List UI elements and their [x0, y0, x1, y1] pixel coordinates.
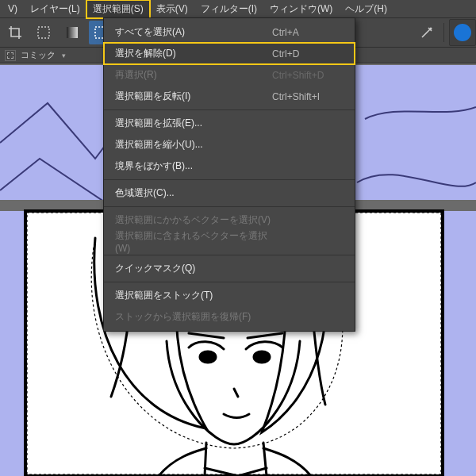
menu-item-label: 選択範囲を拡張(E)... — [115, 117, 272, 130]
menu-item-label: 境界をぼかす(B)... — [115, 159, 272, 173]
menu-item-shortcut: Ctrl+D — [272, 48, 344, 60]
svg-rect-10 — [67, 27, 78, 38]
menu-separator — [104, 109, 355, 110]
menu-item-label: ストックから選択範囲を復帰(F) — [115, 310, 272, 324]
menu-item[interactable]: 選択範囲をストック(T) — [104, 285, 355, 306]
menu-item: 選択範囲に含まれるベクターを選択(W) — [104, 231, 355, 252]
preset-label: コミック — [21, 49, 56, 61]
menu-item-label: 選択を解除(D) — [115, 47, 272, 60]
menu-item-label: 再選択(R) — [115, 68, 272, 82]
svg-point-8 — [254, 351, 270, 363]
menubar-item-filter[interactable]: フィルター(I) — [194, 0, 263, 18]
menu-item-label: 選択範囲を縮小(U)... — [115, 138, 272, 152]
svg-rect-4 — [443, 206, 476, 476]
svg-point-12 — [430, 28, 432, 30]
menu-item[interactable]: 選択を解除(D)Ctrl+D — [104, 43, 355, 64]
menu-item-label: 選択範囲を反転(I) — [115, 90, 272, 103]
menu-item[interactable]: 境界をぼかす(B)... — [104, 155, 355, 177]
crop-tool-icon[interactable] — [3, 21, 27, 44]
chevron-down-icon[interactable]: ▾ — [62, 52, 66, 60]
menu-item: 選択範囲にかかるベクターを選択(V) — [104, 209, 355, 231]
menu-item-shortcut: Ctrl+Shift+I — [272, 91, 344, 102]
menu-item[interactable]: 選択範囲を縮小(U)... — [104, 134, 355, 155]
menu-item[interactable]: クイックマスク(Q) — [104, 258, 355, 279]
svg-rect-9 — [38, 27, 49, 38]
menu-item[interactable]: 色域選択(C)... — [104, 182, 355, 204]
menu-item-label: 色域選択(C)... — [115, 186, 272, 200]
svg-rect-3 — [0, 206, 25, 476]
menu-item[interactable]: すべてを選択(A)Ctrl+A — [104, 21, 355, 43]
menu-item[interactable]: 選択範囲を反転(I)Ctrl+Shift+I — [104, 86, 355, 107]
menubar-item-view[interactable]: 表示(V) — [150, 0, 194, 18]
menu-item-label: 選択範囲に含まれるベクターを選択(W) — [115, 229, 272, 254]
menubar-item-layer[interactable]: レイヤー(L) — [24, 0, 86, 18]
menu-separator — [104, 255, 355, 255]
menu-item: ストックから選択範囲を復帰(F) — [104, 306, 355, 328]
brush-preview[interactable] — [449, 19, 476, 46]
menu-item-label: すべてを選択(A) — [115, 25, 272, 39]
menubar-item-help[interactable]: ヘルプ(H) — [339, 0, 393, 18]
menubar: V) レイヤー(L) 選択範囲(S) 表示(V) フィルター(I) ウィンドウ(… — [0, 0, 476, 17]
menu-separator — [104, 282, 355, 282]
menu-item-label: 選択範囲にかかるベクターを選択(V) — [115, 213, 272, 227]
select-menu: すべてを選択(A)Ctrl+A選択を解除(D)Ctrl+D再選択(R)Ctrl+… — [103, 17, 355, 332]
menubar-item-select[interactable]: 選択範囲(S) — [86, 0, 150, 18]
rect-select-icon[interactable] — [32, 21, 56, 44]
menu-item[interactable]: 選択範囲を拡張(E)... — [104, 113, 355, 134]
menu-item: 再選択(R)Ctrl+Shift+D — [104, 64, 355, 86]
menu-separator — [104, 206, 355, 207]
menu-item-shortcut: Ctrl+Shift+D — [272, 70, 344, 81]
gradient-tool-icon[interactable] — [60, 21, 84, 44]
menubar-item-window[interactable]: ウィンドウ(W) — [263, 0, 339, 18]
menubar-item-partial[interactable]: V) — [2, 1, 24, 17]
svg-point-7 — [200, 351, 216, 363]
menu-item-label: 選択範囲をストック(T) — [115, 289, 272, 302]
frame-icon[interactable] — [5, 50, 16, 61]
menu-separator — [104, 179, 355, 180]
toolbar-separator-2 — [443, 23, 444, 42]
menu-item-shortcut: Ctrl+A — [272, 27, 344, 38]
wand-tool-icon[interactable] — [415, 21, 439, 44]
menu-item-label: クイックマスク(Q) — [115, 262, 272, 275]
